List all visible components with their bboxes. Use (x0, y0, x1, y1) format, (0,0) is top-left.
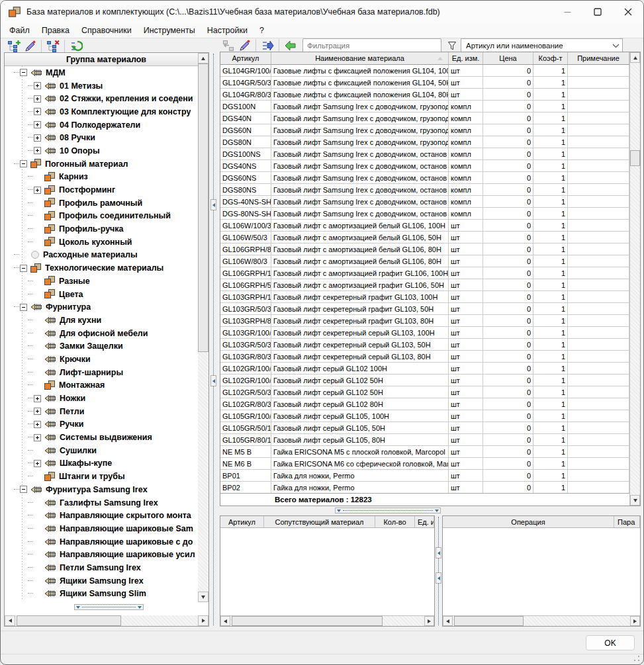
column-header[interactable]: Артикул (220, 52, 271, 64)
table-row[interactable]: GL104GR/100/3Газовые лифты с фиксацией п… (220, 65, 629, 77)
tree-horizontal-scrollbar[interactable] (5, 615, 208, 626)
collapse-left-button[interactable] (436, 572, 441, 584)
expand-icon[interactable] (34, 121, 41, 128)
scroll-down-arrow[interactable] (630, 495, 640, 506)
menu-item[interactable]: Инструменты (138, 24, 201, 36)
collapse-icon[interactable] (20, 265, 27, 272)
table-row[interactable]: GL103GR/100/3Газовый лифт секретерный се… (220, 327, 629, 339)
tree-item[interactable]: Крючки (5, 353, 198, 366)
table-row[interactable]: DGS100NSГазовый лифт Samsung Irex с дово… (220, 148, 629, 160)
tree-item[interactable]: Монтажная (5, 379, 198, 392)
scroll-left-arrow[interactable] (220, 616, 230, 626)
main-vertical-splitter[interactable] (210, 52, 218, 627)
scroll-right-arrow[interactable] (630, 616, 640, 626)
tree-item[interactable]: Ножки (5, 392, 198, 405)
collapse-left-button[interactable] (210, 199, 216, 210)
tree-item[interactable]: Петли Samsung Irex (5, 561, 198, 574)
filter-field-combobox[interactable]: Артикул или наименование (461, 38, 623, 53)
table-row[interactable]: GL104GR/50/3Газовые лифты с фиксацией по… (220, 77, 629, 89)
table-row[interactable]: DGS-40NS-SHOГазовый лифт Samsung Irex с … (220, 196, 629, 208)
column-header[interactable]: Ед. изм. (449, 52, 483, 64)
menu-item[interactable]: Файл (3, 24, 36, 36)
column-header[interactable]: Сопутствующий материал (264, 516, 375, 527)
tree-item[interactable]: Направляющие шариковые с до (5, 535, 198, 549)
main-horizontal-splitter[interactable] (335, 508, 441, 513)
tree-item[interactable]: 02 Стяжки, крепления и соедени (5, 92, 198, 105)
table-row[interactable]: BP02Гайка для ножки, Permoшт01 (220, 482, 629, 493)
tree-item[interactable]: Направляющие скрытого монта (5, 509, 198, 522)
collapse-left-button[interactable] (210, 375, 216, 386)
tree-item[interactable]: Разные (5, 275, 198, 288)
expand-icon[interactable] (34, 134, 41, 142)
table-row[interactable]: GL106GRPH/50/3Газовый лифт с амортизацие… (220, 279, 629, 291)
collapse-icon[interactable] (20, 69, 27, 76)
filter-input[interactable] (302, 38, 441, 53)
table-row[interactable]: GL104GR/80/3Газовые лифты с фиксацией по… (220, 89, 629, 101)
table-row[interactable]: GL102GR/50/3Газовый лифт серый GL102 50Н… (220, 386, 629, 398)
scroll-thumb[interactable] (198, 64, 208, 352)
table-row[interactable]: DGS-80NS-SHOГазовый лифт Samsung Irex с … (220, 208, 629, 220)
minimize-button[interactable] (552, 1, 582, 23)
column-header[interactable]: Артикул (220, 516, 264, 527)
tree-item[interactable]: МДМ (5, 66, 198, 79)
collapse-icon[interactable] (20, 486, 27, 493)
expand-icon[interactable] (34, 95, 41, 103)
tree-item[interactable]: Замки Защелки (5, 339, 198, 353)
column-header[interactable]: Ед. изм (415, 516, 434, 527)
tree-item[interactable]: Постформинг (5, 183, 198, 197)
tree-item[interactable]: Штанги и трубы (5, 470, 198, 483)
operations-horizontal-scrollbar[interactable] (443, 615, 640, 626)
column-header[interactable]: Цена (483, 52, 533, 64)
table-row[interactable]: GL102GR/100/3Газовый лифт серый GL102 50… (220, 375, 629, 386)
expand-icon[interactable] (34, 408, 41, 415)
expand-icon[interactable] (34, 434, 41, 441)
expand-icon[interactable] (34, 108, 41, 115)
scroll-thumb[interactable] (17, 615, 121, 626)
table-row[interactable]: GL102GR/80/3Газовый лифт серый GL102 80Н… (220, 398, 629, 410)
tree-horizontal-splitter[interactable] (74, 604, 144, 610)
tree-item[interactable]: Газлифты Samsung Irex (5, 496, 198, 510)
tree-item[interactable]: 04 Полкодержатели (5, 118, 198, 132)
tree-item[interactable]: Для офисной мебели (5, 327, 198, 340)
menu-item[interactable]: Настройки (201, 24, 253, 36)
ok-button[interactable]: OK (586, 635, 635, 650)
scroll-thumb[interactable] (232, 616, 383, 626)
tree-item[interactable]: 01 Метизы (5, 79, 198, 93)
tree-item[interactable]: Профиль-ручка (5, 222, 198, 236)
table-row[interactable]: GL102GR/100/3Газовый лифт серый GL102 10… (220, 363, 629, 375)
scroll-left-arrow[interactable] (443, 616, 453, 626)
table-row[interactable]: DGS60NГазовый лифт Samsung Irex с доводч… (220, 124, 629, 136)
menu-item[interactable]: Справочники (75, 24, 138, 36)
maximize-button[interactable] (582, 1, 613, 23)
table-row[interactable]: DGS60NSГазовый лифт Samsung Irex с довод… (220, 172, 629, 184)
bottom-vertical-splitter[interactable] (435, 515, 442, 627)
table-row[interactable]: DGS40NSГазовый лифт Samsung Irex с довод… (220, 160, 629, 172)
table-row[interactable]: NE M5 BГайка ERICSONA M5 с плоской голов… (220, 446, 629, 458)
expand-icon[interactable] (34, 421, 41, 428)
table-row[interactable]: GL105GR/50/1Газовый лифт серый GL105, 50… (220, 422, 629, 434)
tree-item[interactable]: Ящики Samsung Irex (5, 574, 198, 588)
tree-item[interactable]: 03 Комплектующие для констру (5, 105, 198, 118)
tree-column-header[interactable]: Группа материалов (5, 53, 208, 66)
expand-icon[interactable] (34, 395, 41, 402)
table-row[interactable]: GL106GRPH/100/3Газовый лифт с амортизаци… (220, 267, 629, 279)
scroll-up-arrow[interactable] (198, 53, 208, 64)
tree-item[interactable]: Сушилки (5, 444, 198, 457)
menu-item[interactable]: ? (253, 24, 270, 36)
table-row[interactable]: GL103GR/50/3Газовый лифт секретерный сер… (220, 339, 629, 351)
table-row[interactable]: NE M6 BГайка ERICSONA M6 со сферической … (220, 458, 629, 470)
table-row[interactable]: GL105GR/100/1Газовый лифт серый GL105, 1… (220, 410, 629, 422)
table-vertical-scrollbar[interactable] (629, 52, 640, 506)
collapse-icon[interactable] (20, 304, 27, 311)
tree-item[interactable]: Системы выдвижения (5, 431, 198, 444)
scroll-left-arrow[interactable] (5, 615, 15, 626)
menu-item[interactable]: Правка (36, 24, 75, 36)
table-row[interactable]: GL103GR/80/3Газовый лифт секретерный сер… (220, 351, 629, 363)
scroll-thumb[interactable] (630, 150, 640, 166)
table-row[interactable]: GL106W/50/3Газовый лифт с амортизацией б… (220, 232, 629, 244)
tree-item[interactable]: Шкафы-купе (5, 457, 198, 470)
tree-item[interactable]: 10 Опоры (5, 144, 198, 157)
tree-vertical-scrollbar[interactable] (198, 53, 208, 602)
tree-item[interactable]: Лифт-шарниры (5, 366, 198, 379)
tree-item[interactable]: Технологические материалы (5, 261, 198, 275)
